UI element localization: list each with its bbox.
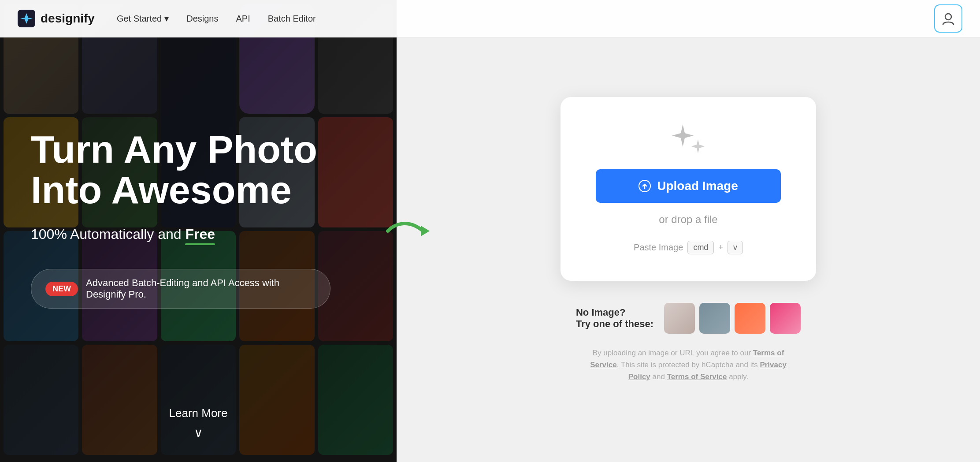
nav-right [934, 4, 962, 33]
terms-text: By uploading an image or URL you agree t… [578, 347, 798, 383]
hero-title: Turn Any Photo Into Awesome [31, 129, 366, 211]
cmd-key-badge: cmd [687, 241, 714, 254]
nav-get-started[interactable]: Get Started ▾ [117, 13, 169, 24]
sample-images [664, 303, 801, 334]
sample-image-3[interactable] [735, 303, 765, 334]
plus-sign: + [718, 243, 723, 252]
sample-title: No Image? [576, 307, 653, 318]
logo-text: designify [41, 11, 95, 26]
user-avatar-button[interactable] [934, 4, 962, 33]
new-badge-bar[interactable]: NEW Advanced Batch-Editing and API Acces… [31, 269, 330, 309]
terms-of-service-link-2[interactable]: Terms of Service [667, 373, 727, 381]
chevron-down-icon: ∨ [194, 425, 203, 440]
paste-label: Paste Image [634, 242, 683, 253]
upload-image-button[interactable]: Upload Image [596, 169, 781, 203]
upload-card: Upload Image or drop a file Paste Image … [561, 97, 816, 281]
chevron-down-icon: ▾ [164, 13, 169, 24]
drop-file-text: or drop a file [659, 213, 717, 226]
svg-point-1 [945, 14, 951, 20]
navbar: designify Get Started ▾ Designs API Batc… [0, 0, 980, 37]
nav-api[interactable]: API [236, 14, 250, 24]
learn-more-section[interactable]: Learn More ∨ [169, 406, 228, 440]
new-badge: NEW [45, 282, 78, 296]
designify-logo-icon [18, 10, 35, 27]
sparkle-container [671, 123, 706, 154]
green-arrow-icon [383, 213, 436, 249]
svg-marker-2 [421, 226, 430, 236]
logo[interactable]: designify [18, 10, 95, 27]
right-section: Upload Image or drop a file Paste Image … [397, 0, 980, 462]
sample-image-2[interactable] [699, 303, 730, 334]
hero-subtitle: 100% Automatically and Free [31, 226, 366, 242]
hero-content: Turn Any Photo Into Awesome 100% Automat… [0, 0, 397, 462]
sample-subtitle: Try one of these: [576, 318, 653, 330]
sample-label: No Image? Try one of these: [576, 307, 653, 330]
upload-icon [638, 180, 651, 192]
new-badge-text: Advanced Batch-Editing and API Access wi… [86, 277, 316, 300]
paste-row: Paste Image cmd + v [634, 241, 743, 254]
nav-batch-editor[interactable]: Batch Editor [268, 14, 316, 24]
hero-section: Turn Any Photo Into Awesome 100% Automat… [0, 0, 397, 462]
nav-left: designify Get Started ▾ Designs API Batc… [18, 10, 316, 27]
v-key-badge: v [728, 241, 743, 254]
main-container: Turn Any Photo Into Awesome 100% Automat… [0, 0, 980, 462]
learn-more-text: Learn More [169, 406, 228, 420]
nav-links: Get Started ▾ Designs API Batch Editor [117, 13, 316, 24]
sample-section: No Image? Try one of these: [576, 303, 801, 334]
sample-image-1[interactable] [664, 303, 695, 334]
user-icon [941, 11, 955, 26]
sparkle-small-icon [690, 138, 706, 154]
sample-image-4[interactable] [770, 303, 801, 334]
nav-designs[interactable]: Designs [186, 14, 218, 24]
